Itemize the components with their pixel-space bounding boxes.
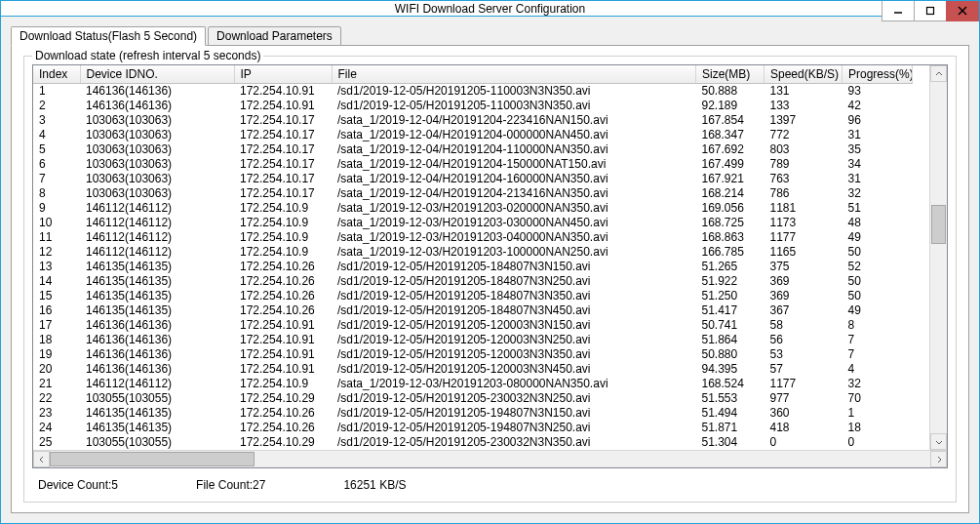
col-speed[interactable]: Speed(KB/S)	[764, 65, 843, 84]
cell-progress: 50	[843, 245, 913, 260]
table-row[interactable]: 24146135(146135)172.254.10.26/sd1/2019-1…	[33, 421, 913, 435]
cell-progress: 32	[843, 377, 913, 391]
cell-size: 51.494	[696, 406, 764, 421]
download-listview[interactable]: Index Device IDNO. IP File Size(MB) Spee…	[32, 64, 948, 468]
table-row[interactable]: 17146136(146136)172.254.10.91/sd1/2019-1…	[33, 318, 913, 333]
scroll-left-button[interactable]	[33, 451, 50, 467]
cell-file: /sd1/2019-12-05/H20191205-230032N3N350.a…	[332, 435, 696, 450]
table-row[interactable]: 4103063(103063)172.254.10.17/sata_1/2019…	[33, 128, 913, 142]
cell-progress: 96	[843, 113, 913, 128]
tab-download-parameters[interactable]: Download Parameters	[208, 26, 341, 46]
cell-file: /sata_1/2019-12-04/H20191204-000000NAN45…	[332, 128, 696, 142]
table-row[interactable]: 5103063(103063)172.254.10.17/sata_1/2019…	[33, 142, 913, 157]
cell-file: /sata_1/2019-12-04/H20191204-160000NAN35…	[332, 172, 696, 186]
cell-file: /sd1/2019-12-05/H20191205-194807N3N150.a…	[332, 406, 696, 421]
cell-file: /sd1/2019-12-05/H20191205-110003N3N350.a…	[332, 99, 696, 113]
cell-ip: 172.254.10.26	[234, 274, 332, 289]
scroll-right-button[interactable]	[930, 451, 947, 467]
close-button[interactable]	[946, 1, 979, 21]
cell-file: /sata_1/2019-12-04/H20191204-213416NAN35…	[332, 186, 696, 201]
cell-file: /sata_1/2019-12-04/H20191204-223416NAN15…	[332, 113, 696, 128]
cell-index: 20	[33, 362, 80, 377]
horizontal-scrollbar[interactable]	[33, 450, 947, 467]
table-row[interactable]: 15146135(146135)172.254.10.26/sd1/2019-1…	[33, 289, 913, 303]
cell-device: 146112(146112)	[80, 377, 234, 391]
maximize-icon	[925, 6, 935, 16]
cell-device: 146135(146135)	[80, 260, 234, 274]
cell-ip: 172.254.10.17	[234, 128, 332, 142]
vscroll-thumb[interactable]	[931, 205, 946, 244]
cell-progress: 35	[843, 142, 913, 157]
table-row[interactable]: 22103055(103055)172.254.10.29/sd1/2019-1…	[33, 391, 913, 406]
tabstrip: Download Status(Flash 5 Second) Download…	[11, 24, 969, 46]
cell-size: 51.265	[696, 260, 764, 274]
cell-size: 168.347	[696, 128, 764, 142]
scroll-up-button[interactable]	[930, 65, 947, 82]
table-row[interactable]: 13146135(146135)172.254.10.26/sd1/2019-1…	[33, 260, 913, 274]
cell-index: 9	[33, 201, 80, 216]
cell-progress: 70	[843, 391, 913, 406]
cell-ip: 172.254.10.29	[234, 391, 332, 406]
col-progress[interactable]: Progress(%)	[843, 65, 913, 84]
table-row[interactable]: 2146136(146136)172.254.10.91/sd1/2019-12…	[33, 99, 913, 113]
table-row[interactable]: 7103063(103063)172.254.10.17/sata_1/2019…	[33, 172, 913, 186]
hscroll-track[interactable]	[50, 451, 930, 467]
cell-size: 51.250	[696, 289, 764, 303]
tab-download-status[interactable]: Download Status(Flash 5 Second)	[11, 26, 206, 46]
cell-ip: 172.254.10.91	[234, 99, 332, 113]
col-index[interactable]: Index	[33, 65, 80, 84]
table-row[interactable]: 9146112(146112)172.254.10.9/sata_1/2019-…	[33, 201, 913, 216]
table-row[interactable]: 8103063(103063)172.254.10.17/sata_1/2019…	[33, 186, 913, 201]
table-row[interactable]: 20146136(146136)172.254.10.91/sd1/2019-1…	[33, 362, 913, 377]
cell-progress: 50	[843, 274, 913, 289]
cell-device: 146135(146135)	[80, 274, 234, 289]
cell-device: 146135(146135)	[80, 406, 234, 421]
cell-progress: 18	[843, 421, 913, 435]
table-row[interactable]: 21146112(146112)172.254.10.9/sata_1/2019…	[33, 377, 913, 391]
col-file[interactable]: File	[332, 65, 696, 84]
table-row[interactable]: 11146112(146112)172.254.10.9/sata_1/2019…	[33, 230, 913, 245]
cell-ip: 172.254.10.17	[234, 172, 332, 186]
table-row[interactable]: 18146136(146136)172.254.10.91/sd1/2019-1…	[33, 333, 913, 347]
table-row[interactable]: 16146135(146135)172.254.10.26/sd1/2019-1…	[33, 303, 913, 318]
cell-device: 103063(103063)	[80, 172, 234, 186]
cell-file: /sd1/2019-12-05/H20191205-184807N3N450.a…	[332, 303, 696, 318]
table-row[interactable]: 25103055(103055)172.254.10.29/sd1/2019-1…	[33, 435, 913, 450]
cell-device: 146136(146136)	[80, 362, 234, 377]
cell-size: 92.189	[696, 99, 764, 113]
cell-size: 167.854	[696, 113, 764, 128]
cell-index: 25	[33, 435, 80, 450]
col-ip[interactable]: IP	[234, 65, 332, 84]
maximize-button[interactable]	[914, 1, 947, 21]
chevron-left-icon	[38, 456, 46, 464]
cell-progress: 52	[843, 260, 913, 274]
minimize-button[interactable]	[882, 1, 915, 21]
cell-file: /sd1/2019-12-05/H20191205-120003N3N350.a…	[332, 347, 696, 362]
hscroll-thumb[interactable]	[50, 452, 255, 466]
table-row[interactable]: 12146112(146112)172.254.10.9/sata_1/2019…	[33, 245, 913, 260]
table-row[interactable]: 14146135(146135)172.254.10.26/sd1/2019-1…	[33, 274, 913, 289]
cell-device: 103063(103063)	[80, 142, 234, 157]
vertical-scrollbar[interactable]	[929, 65, 947, 450]
scroll-down-button[interactable]	[930, 433, 947, 450]
cell-file: /sata_1/2019-12-03/H20191203-080000NAN35…	[332, 377, 696, 391]
table-row[interactable]: 19146136(146136)172.254.10.91/sd1/2019-1…	[33, 347, 913, 362]
cell-device: 146112(146112)	[80, 245, 234, 260]
col-device[interactable]: Device IDNO.	[80, 65, 234, 84]
cell-size: 51.922	[696, 274, 764, 289]
titlebar[interactable]: WIFI Download Server Configuration	[1, 1, 979, 17]
vscroll-track[interactable]	[930, 82, 947, 433]
cell-progress: 4	[843, 362, 913, 377]
cell-speed: 375	[764, 260, 843, 274]
table-row[interactable]: 10146112(146112)172.254.10.9/sata_1/2019…	[33, 216, 913, 230]
col-size[interactable]: Size(MB)	[696, 65, 764, 84]
table-row[interactable]: 3103063(103063)172.254.10.17/sata_1/2019…	[33, 113, 913, 128]
table-row[interactable]: 23146135(146135)172.254.10.26/sd1/2019-1…	[33, 406, 913, 421]
cell-speed: 977	[764, 391, 843, 406]
cell-speed: 369	[764, 289, 843, 303]
cell-speed: 360	[764, 406, 843, 421]
table-row[interactable]: 1146136(146136)172.254.10.91/sd1/2019-12…	[33, 84, 913, 100]
table-row[interactable]: 6103063(103063)172.254.10.17/sata_1/2019…	[33, 157, 913, 172]
cell-size: 51.304	[696, 435, 764, 450]
app-window: WIFI Download Server Configuration Downl…	[0, 0, 980, 524]
